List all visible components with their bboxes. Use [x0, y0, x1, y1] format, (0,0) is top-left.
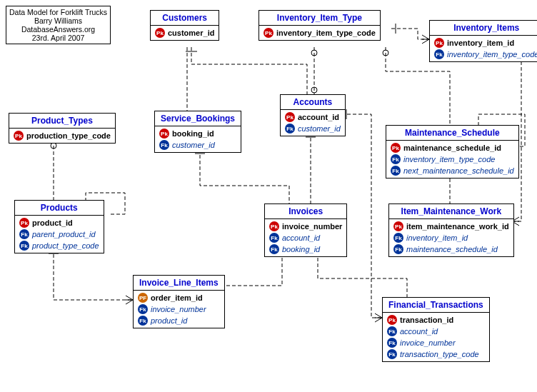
field-fk: booking_id: [282, 245, 320, 253]
fk-icon: Fk: [391, 166, 401, 176]
fk-icon: Fk: [138, 304, 148, 314]
info-site: DatabaseAnswers.org: [9, 25, 107, 34]
field-fk: account_id: [400, 327, 438, 336]
fk-icon: Fk: [285, 124, 295, 134]
info-author: Barry Williams: [9, 16, 107, 25]
field-fk: parent_product_id: [32, 230, 96, 238]
field-fk: product_id: [151, 316, 187, 325]
pf-icon: PF: [138, 293, 148, 303]
entity-title: Products: [15, 201, 104, 216]
entity-product-types: Product_Types Pkproduction_type_code: [9, 113, 116, 144]
fk-icon: Fk: [434, 49, 444, 59]
info-title: Data Model for Forklift Trucks: [9, 8, 107, 16]
entity-customers: Customers Pkcustomer_id: [150, 10, 219, 41]
entity-financial-transactions: Financial_Transactions Pktransaction_id …: [382, 297, 490, 362]
field-fk: maintenance_schedule_id: [406, 245, 498, 253]
field-pk: booking_id: [172, 129, 214, 138]
field-pk: transaction_id: [400, 316, 453, 324]
pk-icon: Pk: [155, 28, 165, 38]
fk-icon: Fk: [393, 244, 403, 254]
field-pf: order_item_id: [151, 293, 203, 302]
entity-title: Customers: [151, 11, 219, 26]
entity-products: Products Pkproduct_id Fkparent_product_i…: [14, 200, 104, 253]
field-fk: customer_id: [172, 141, 215, 149]
entity-maintenance-schedule: Maintenance_Schedule Pkmaintenance_sched…: [386, 125, 519, 179]
fk-icon: Fk: [393, 233, 403, 243]
fk-icon: Fk: [138, 316, 148, 326]
entity-item-maintenance-work: Item_Maintenance_Work Pkitem_maintenance…: [388, 203, 514, 257]
entity-inventory-item-type: Inventory_Item_Type Pkinventory_item_typ…: [259, 10, 381, 41]
field-fk: invoice_number: [151, 305, 206, 313]
entity-inventory-items: Inventory_Items Pkinventory_item_id Fkin…: [429, 20, 537, 62]
fk-icon: Fk: [387, 326, 397, 336]
entity-title: Item_Maintenance_Work: [389, 204, 513, 219]
field-fk: customer_id: [298, 124, 341, 133]
fk-icon: Fk: [19, 241, 29, 251]
entity-invoices: Invoices Pkinvoice_number Fkaccount_id F…: [264, 203, 347, 257]
entity-title: Inventory_Item_Type: [259, 11, 380, 26]
field-pk: inventory_item_id: [447, 39, 514, 47]
field-pk: production_type_code: [26, 131, 111, 140]
info-box: Data Model for Forklift Trucks Barry Wil…: [6, 6, 111, 44]
entity-title: Product_Types: [9, 114, 115, 129]
field-fk: next_maintenance_schedule_id: [403, 166, 514, 175]
field-fk: invoice_number: [400, 338, 456, 347]
entity-title: Maintenance_Schedule: [386, 126, 518, 141]
entity-title: Invoice_Line_Items: [134, 276, 224, 291]
entity-accounts: Accounts Pkaccount_id Fkcustomer_id: [280, 94, 346, 136]
entity-title: Inventory_Items: [430, 21, 537, 36]
field-fk: transaction_type_code: [400, 350, 479, 358]
pk-icon: Pk: [264, 28, 273, 38]
fk-icon: Fk: [269, 244, 279, 254]
pk-icon: Pk: [159, 129, 169, 139]
info-date: 23rd. April 2007: [9, 34, 107, 42]
fk-icon: Fk: [387, 349, 397, 359]
field-fk: account_id: [282, 233, 320, 242]
pk-icon: Pk: [393, 221, 403, 231]
pk-icon: Pk: [19, 218, 29, 228]
fk-icon: Fk: [159, 140, 169, 150]
field-pk: customer_id: [168, 29, 214, 37]
entity-service-bookings: Service_Bookings Pkbooking_id Fkcustomer…: [154, 111, 241, 153]
entity-invoice-line-items: Invoice_Line_Items PForder_item_id Fkinv…: [133, 275, 225, 328]
fk-icon: Fk: [391, 154, 401, 164]
entity-title: Accounts: [281, 95, 345, 110]
field-fk: product_type_code: [32, 241, 99, 250]
field-fk: inventory_item_id: [406, 233, 468, 242]
field-pk: product_id: [32, 218, 73, 227]
entity-title: Financial_Transactions: [383, 298, 489, 313]
field-pk: invoice_number: [282, 222, 342, 231]
fk-icon: Fk: [269, 233, 279, 243]
field-pk: account_id: [298, 113, 339, 121]
entity-title: Invoices: [265, 204, 346, 219]
field-pk: maintenance_schedule_id: [403, 144, 501, 152]
pk-icon: Pk: [285, 112, 295, 122]
pk-icon: Pk: [434, 38, 444, 48]
fk-icon: Fk: [387, 338, 397, 348]
field-pk: item_maintenance_work_id: [406, 222, 509, 231]
field-fk: inventory_item_type_code: [447, 50, 537, 59]
pk-icon: Pk: [391, 143, 401, 153]
fk-icon: Fk: [19, 229, 29, 239]
pk-icon: Pk: [269, 221, 279, 231]
pk-icon: Pk: [14, 131, 24, 141]
field-pk: inventory_item_type_code: [276, 29, 376, 37]
entity-title: Service_Bookings: [155, 111, 241, 126]
field-fk: inventory_item_type_code: [403, 155, 495, 164]
pk-icon: Pk: [387, 315, 397, 325]
